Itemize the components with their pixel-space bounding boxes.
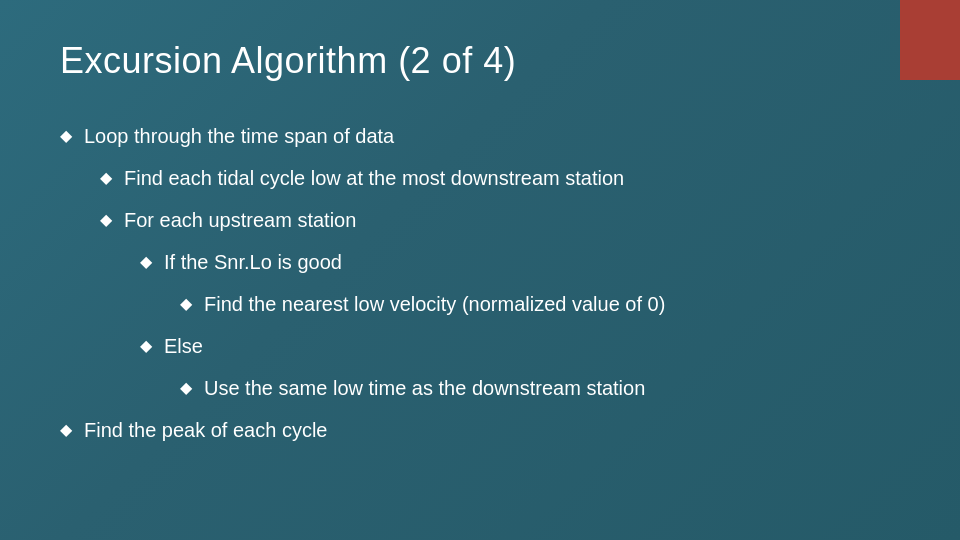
bullet-text: For each upstream station xyxy=(124,206,356,234)
bullet-text: If the Snr.Lo is good xyxy=(164,248,342,276)
bullet-diamond-icon: ◆ xyxy=(140,335,152,357)
bullet-item: ◆Find the nearest low velocity (normaliz… xyxy=(60,290,900,318)
bullet-item: ◆Else xyxy=(60,332,900,360)
bullet-text: Use the same low time as the downstream … xyxy=(204,374,645,402)
bullet-item: ◆Loop through the time span of data xyxy=(60,122,900,150)
bullet-text: Find the nearest low velocity (normalize… xyxy=(204,290,665,318)
bullet-text: Loop through the time span of data xyxy=(84,122,394,150)
bullet-item: ◆Use the same low time as the downstream… xyxy=(60,374,900,402)
bullet-item: ◆Find each tidal cycle low at the most d… xyxy=(60,164,900,192)
bullet-text: Else xyxy=(164,332,203,360)
bullet-diamond-icon: ◆ xyxy=(60,419,72,441)
bullet-item: ◆Find the peak of each cycle xyxy=(60,416,900,444)
bullet-item: ◆For each upstream station xyxy=(60,206,900,234)
bullet-diamond-icon: ◆ xyxy=(180,377,192,399)
bullet-diamond-icon: ◆ xyxy=(140,251,152,273)
bullet-diamond-icon: ◆ xyxy=(60,125,72,147)
slide-title: Excursion Algorithm (2 of 4) xyxy=(60,40,900,82)
bullet-item: ◆If the Snr.Lo is good xyxy=(60,248,900,276)
bullet-list: ◆Loop through the time span of data◆Find… xyxy=(60,122,900,444)
bullet-diamond-icon: ◆ xyxy=(100,167,112,189)
bullet-diamond-icon: ◆ xyxy=(100,209,112,231)
bullet-text: Find each tidal cycle low at the most do… xyxy=(124,164,624,192)
bullet-text: Find the peak of each cycle xyxy=(84,416,327,444)
accent-block xyxy=(900,0,960,80)
bullet-diamond-icon: ◆ xyxy=(180,293,192,315)
slide: Excursion Algorithm (2 of 4) ◆Loop throu… xyxy=(0,0,960,540)
